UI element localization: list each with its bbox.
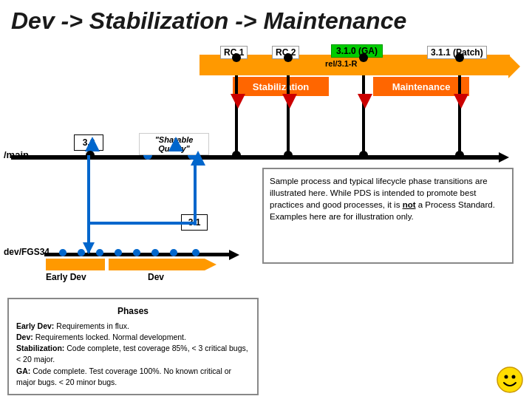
phase-ga: GA: Code complete. Test coverage 100%. N…	[16, 366, 231, 386]
svg-point-1	[505, 375, 508, 379]
stabilization-label: Stabilization	[233, 77, 329, 96]
main-line-arrow	[499, 152, 509, 163]
phases-title: Phases	[16, 305, 250, 318]
vert-ga	[362, 75, 365, 158]
vert-rc1	[235, 75, 238, 158]
phases-box: Phases Early Dev: Requirements in flux. …	[7, 298, 259, 395]
dot-dev-3	[96, 249, 103, 256]
dev-bar-arrow	[205, 259, 216, 270]
dot-top-ga	[359, 53, 368, 62]
dot-top-rc2	[284, 53, 293, 62]
sample-text: Sample process and typical lifecycle pha…	[270, 177, 495, 221]
phases-content: Early Dev: Requirements in flux. Dev: Re…	[16, 321, 250, 388]
dot-main-patch	[455, 151, 464, 160]
dot-dev-6	[151, 249, 159, 256]
dot-main-rc2	[284, 151, 293, 160]
dev-line-arrow	[229, 250, 239, 260]
phase-earlydev: Early Dev: Requirements in flux.	[16, 321, 129, 330]
dot-top-patch	[455, 53, 464, 62]
earlydev-label: Early Dev	[46, 272, 86, 282]
dot-dev-8	[192, 249, 200, 256]
connect-line-main-dev	[87, 155, 90, 253]
phase-dev: Dev: Requirements locked. Normal develop…	[16, 332, 186, 341]
phase-stab: Stabilization: Code complete, test cover…	[16, 344, 248, 364]
page-title: Dev -> Stabilization -> Maintenance	[0, 0, 532, 38]
smiley-icon	[497, 366, 523, 393]
horiz-31-connect	[88, 222, 194, 225]
blue-arrow-30	[85, 137, 100, 151]
blue-arrow-sharable	[168, 137, 183, 151]
rel-label: rel/3.1-R	[325, 59, 357, 68]
dot-main-rc1	[232, 151, 241, 160]
rel-bar-arrow	[508, 55, 520, 78]
blue-arrow-31	[191, 151, 205, 166]
dot-dev-2	[78, 249, 85, 256]
vert-31-connect	[194, 159, 197, 225]
svg-point-0	[497, 367, 522, 392]
dot-main-ga	[359, 151, 368, 160]
dot-dev-4	[115, 249, 122, 256]
ga-label: 3.1.0 (GA)	[331, 44, 383, 58]
sample-box: Sample process and typical lifecycle pha…	[262, 168, 514, 264]
vert-patch	[458, 75, 461, 158]
dev-label: Dev	[148, 272, 164, 282]
earlydev-bar	[46, 259, 105, 270]
dev-bar	[109, 259, 205, 270]
dot-dev-7	[170, 249, 177, 256]
red-arrow-rc1	[231, 94, 245, 109]
vert-rc2	[287, 75, 290, 158]
dot-dev-5	[133, 249, 140, 256]
red-arrow-ga	[358, 94, 372, 109]
dot-dev-1	[59, 249, 66, 256]
sample-not: not	[403, 200, 416, 209]
red-arrow-patch	[454, 94, 468, 109]
main-label: /main	[4, 149, 29, 160]
dot-top-rc1	[232, 53, 241, 62]
main-line	[11, 155, 499, 160]
svg-point-2	[512, 375, 516, 379]
devfgs-label: dev/FGS34	[4, 247, 50, 257]
red-arrow-rc2	[282, 94, 297, 109]
diagram-area: rel/3.1-R RC 1 RC 2 3.1.0 (GA) 3.1.1 (Pa…	[0, 38, 532, 290]
